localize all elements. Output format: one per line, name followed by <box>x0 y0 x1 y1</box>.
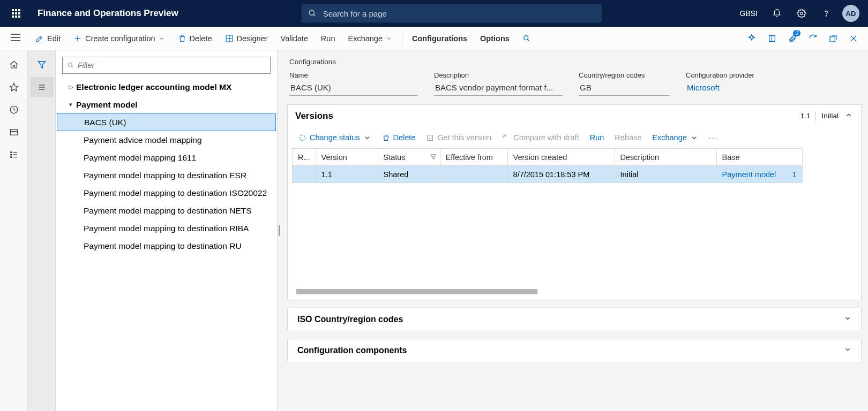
tree-node[interactable]: Payment model mapping 1611 <box>56 149 277 166</box>
separator <box>402 32 402 45</box>
popout-icon[interactable] <box>823 27 843 50</box>
company-code[interactable]: GBSI <box>734 9 764 18</box>
cmd-delete[interactable]: Delete <box>171 27 219 50</box>
field-description: Description BACS vendor payment format f… <box>434 71 563 96</box>
cmd-run-label: Run <box>321 34 335 43</box>
tree-node[interactable]: Payment model mapping to destination NET… <box>56 202 277 219</box>
col-status[interactable]: Status <box>378 149 440 166</box>
close-icon[interactable] <box>843 27 864 50</box>
filter-box[interactable] <box>62 57 271 74</box>
cmd-exchange[interactable]: Exchange <box>341 27 399 50</box>
cmd-create[interactable]: Create configuration <box>67 27 171 50</box>
tree-node[interactable]: Payment model mapping to destination RIB… <box>56 219 277 237</box>
tree-label: Payment model mapping to destination RU <box>84 241 242 251</box>
svg-marker-36 <box>431 155 436 159</box>
cell-effective[interactable] <box>440 166 507 183</box>
cmd-options-label: Options <box>480 34 510 43</box>
cmd-designer[interactable]: Designer <box>219 27 274 50</box>
tree-node[interactable]: ▷ Electronic ledger accounting model MX <box>56 78 277 96</box>
tree-node-selected[interactable]: BACS (UK) <box>57 113 276 131</box>
expander-expanded-icon[interactable]: ▾ <box>65 101 76 108</box>
tree-node[interactable]: Payment model mapping to destination ISO… <box>56 184 277 202</box>
col-version[interactable]: Version <box>316 149 378 166</box>
cmd-configurations[interactable]: Configurations <box>406 27 474 50</box>
svg-point-2 <box>800 12 803 15</box>
col-effective[interactable]: Effective from <box>440 149 507 166</box>
versions-table-wrap: R... Version Status Effective from Versi… <box>288 148 861 300</box>
base-link[interactable]: Payment model 1 <box>722 170 797 179</box>
cmd-find[interactable] <box>516 27 537 50</box>
svg-point-3 <box>826 16 826 16</box>
modules-icon[interactable] <box>2 144 26 165</box>
field-value-link[interactable]: Microsoft <box>686 81 777 95</box>
cmd-edit[interactable]: Edit <box>29 27 67 50</box>
svg-marker-27 <box>38 62 46 68</box>
tree-node[interactable]: ▾ Payment model <box>56 96 277 113</box>
cmd-options[interactable]: Options <box>474 27 516 50</box>
star-icon[interactable] <box>2 77 26 97</box>
book-icon[interactable] <box>762 27 782 50</box>
filter-input[interactable] <box>78 61 266 70</box>
cell-status[interactable]: Shared <box>378 166 440 183</box>
cmd-designer-label: Designer <box>237 34 268 43</box>
svg-point-31 <box>68 63 72 66</box>
search-bar[interactable] <box>302 4 602 22</box>
hamburger-icon[interactable] <box>2 34 29 43</box>
accordion-iso[interactable]: ISO Country/region codes <box>287 308 862 331</box>
svg-marker-17 <box>10 83 18 91</box>
cell-desc[interactable]: Initial <box>615 166 716 183</box>
more-icon[interactable]: ··· <box>705 133 723 142</box>
search-input[interactable] <box>323 9 595 18</box>
filter-icon[interactable] <box>430 153 437 162</box>
clock-icon[interactable] <box>2 100 26 120</box>
run-version-button[interactable]: Run <box>586 131 609 144</box>
table-row[interactable]: 1.1 Shared 8/7/2015 01:18:53 PM Initial … <box>293 166 803 183</box>
horizontal-scrollbar[interactable] <box>296 289 537 294</box>
cmd-create-label: Create configuration <box>85 34 155 43</box>
exchange-version-button[interactable]: Exchange <box>648 131 702 144</box>
svg-point-22 <box>10 154 11 155</box>
accordion-components[interactable]: Configuration components <box>287 339 862 362</box>
cmd-validate[interactable]: Validate <box>274 27 315 50</box>
list-icon[interactable] <box>30 77 54 97</box>
form-row: Name BACS (UK) Description BACS vendor p… <box>287 71 862 104</box>
home-icon[interactable] <box>2 55 26 75</box>
copilot-icon[interactable] <box>742 27 762 50</box>
field-value[interactable]: GB <box>579 81 670 96</box>
bell-icon[interactable] <box>765 0 789 27</box>
cmd-exchange-label: Exchange <box>348 34 383 43</box>
gear-icon[interactable] <box>790 0 813 27</box>
field-label: Configuration provider <box>686 71 777 79</box>
chevron-down-icon <box>690 134 698 142</box>
col-created[interactable]: Version created <box>507 149 615 166</box>
field-value[interactable]: BACS vendor payment format f... <box>434 81 563 96</box>
refresh-icon[interactable] <box>803 27 823 50</box>
cell-check[interactable] <box>293 166 316 183</box>
avatar[interactable]: AD <box>842 5 859 22</box>
cell-version[interactable]: 1.1 <box>316 166 378 183</box>
filter-icon[interactable] <box>30 55 54 75</box>
app-launcher-icon[interactable] <box>5 9 27 18</box>
tree-node[interactable]: Payment model mapping to destination RU <box>56 237 277 255</box>
change-status-button[interactable]: Change status <box>294 131 376 144</box>
expander-collapsed-icon[interactable]: ▷ <box>65 83 76 90</box>
view-rail <box>28 50 56 411</box>
col-base[interactable]: Base <box>716 149 802 166</box>
tree-node[interactable]: Payment model mapping to destination ESR <box>56 166 277 184</box>
help-icon[interactable] <box>814 0 838 27</box>
cell-base[interactable]: Payment model 1 <box>716 166 802 183</box>
cell-created[interactable]: 8/7/2015 01:18:53 PM <box>507 166 615 183</box>
attach-icon[interactable]: 0 <box>782 27 803 50</box>
svg-line-32 <box>71 66 73 67</box>
svg-line-13 <box>528 39 529 41</box>
col-description[interactable]: Description <box>615 149 716 166</box>
cmd-run[interactable]: Run <box>315 27 342 50</box>
field-value[interactable]: BACS (UK) <box>289 81 418 96</box>
card-toolbar: Change status Delete Get this version Co… <box>288 127 861 148</box>
tree-node[interactable]: Payment advice model mapping <box>56 131 277 149</box>
col-check[interactable]: R... <box>293 149 316 166</box>
chevron-up-icon[interactable] <box>844 110 854 121</box>
delete-version-button[interactable]: Delete <box>378 131 420 144</box>
workspace-icon[interactable] <box>2 122 26 142</box>
card-title: Versions <box>295 111 333 121</box>
